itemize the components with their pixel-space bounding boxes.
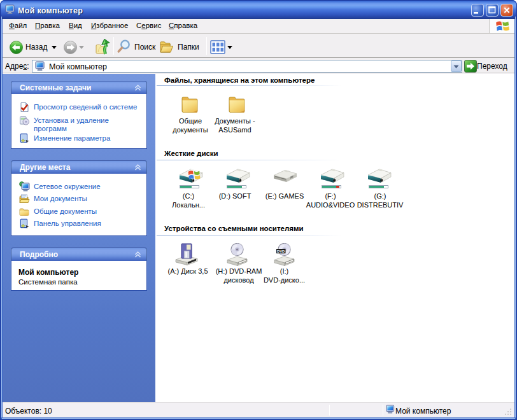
svg-text:DVD: DVD	[277, 249, 285, 253]
